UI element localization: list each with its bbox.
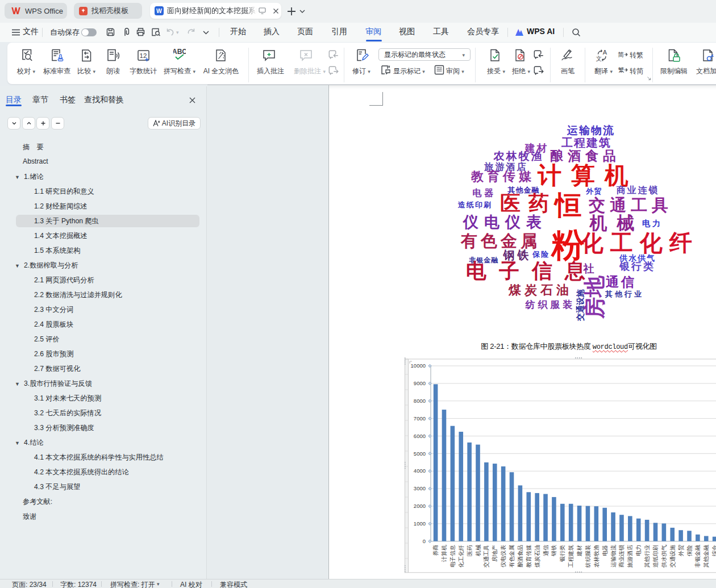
svg-text:房地产: 房地产	[492, 545, 498, 562]
svg-text:电子信息: 电子信息	[449, 545, 456, 568]
svg-text:7000: 7000	[414, 415, 426, 422]
svg-text:券商: 券商	[432, 545, 439, 556]
svg-text:9000: 9000	[414, 380, 426, 386]
svg-text:W: W	[156, 7, 162, 14]
svg-text:酿酒食品: 酿酒食品	[517, 545, 523, 568]
svg-text:繁: 繁	[618, 66, 625, 73]
svg-text:交通工具: 交通工具	[483, 545, 489, 568]
svg-text:银行类: 银行类	[559, 545, 565, 562]
svg-text:10000: 10000	[411, 362, 426, 369]
svg-text:商业连锁: 商业连锁	[618, 545, 625, 568]
svg-text:4000: 4000	[414, 468, 426, 474]
svg-text:建材: 建材	[576, 545, 582, 557]
svg-text:教育传媒: 教育传媒	[526, 545, 532, 568]
svg-text:造纸印刷: 造纸印刷	[652, 545, 659, 568]
svg-text:简: 简	[618, 51, 625, 58]
svg-text:机械: 机械	[475, 544, 481, 556]
svg-text:工程建筑: 工程建筑	[568, 545, 574, 568]
svg-text:煤炭石油: 煤炭石油	[534, 545, 540, 568]
svg-text:钢铁: 钢铁	[551, 545, 557, 556]
svg-text:化工化纤: 化工化纤	[458, 545, 464, 568]
svg-text:5000: 5000	[414, 451, 426, 457]
svg-text:电力: 电力	[635, 545, 642, 556]
svg-text:电器: 电器	[602, 545, 608, 556]
svg-text:农林牧渔: 农林牧渔	[593, 545, 600, 568]
svg-text:医药: 医药	[467, 545, 473, 556]
svg-text:综合: 综合	[711, 545, 716, 556]
svg-text:2000: 2000	[414, 503, 426, 509]
svg-text:8000: 8000	[414, 398, 426, 404]
svg-text:A: A	[603, 49, 607, 56]
svg-text:通信: 通信	[543, 545, 549, 556]
svg-text:计算机: 计算机	[441, 545, 447, 562]
svg-text:其他金融: 其他金融	[703, 545, 709, 568]
svg-text:旅游酒店: 旅游酒店	[627, 545, 633, 568]
svg-text:供水供气: 供水供气	[661, 545, 667, 568]
svg-text:保险: 保险	[686, 545, 693, 557]
svg-text:纺织服装: 纺织服装	[585, 545, 591, 568]
svg-text:其他行业: 其他行业	[644, 545, 650, 568]
svg-text:ABC: ABC	[173, 48, 186, 56]
svg-text:仪电仪表: 仪电仪表	[500, 545, 506, 568]
svg-text:非银金融: 非银金融	[694, 545, 701, 568]
svg-text:交通设施: 交通设施	[669, 545, 676, 568]
svg-text:1000: 1000	[414, 520, 426, 527]
svg-text:0: 0	[423, 538, 426, 544]
svg-text:有色金属: 有色金属	[509, 545, 515, 568]
svg-text:外贸: 外贸	[678, 545, 684, 557]
svg-text:3000: 3000	[414, 485, 426, 491]
svg-text:6000: 6000	[414, 433, 426, 439]
svg-text:12: 12	[140, 52, 147, 59]
svg-text:运输物流: 运输物流	[610, 545, 617, 568]
svg-text:文: 文	[596, 55, 602, 62]
